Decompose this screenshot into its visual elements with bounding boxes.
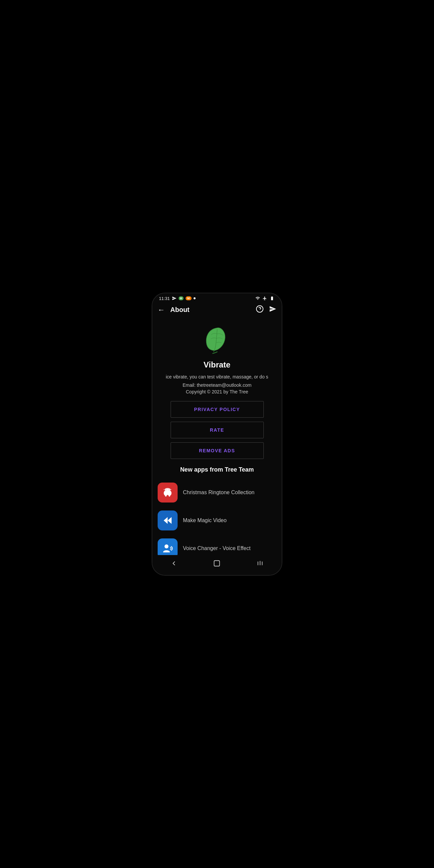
remove-ads-button[interactable]: REMOVE ADS [170,442,264,459]
page-title: About [170,306,190,314]
list-item[interactable]: ✦ ✦ Christmas Ringtone Collection [158,478,276,506]
voice-app-name: Voice Changer - Voice Effect [183,546,250,551]
main-content: Vibrate ice vibrate, you can test vibrat… [152,318,282,555]
svg-text:✦: ✦ [163,488,165,490]
voice-person-icon [162,543,173,554]
svg-point-6 [165,495,166,497]
top-bar-left: ← About [158,306,190,314]
motorola-badge: M [186,296,191,300]
christmas-app-icon: ✦ ✦ [158,483,178,502]
back-button[interactable]: ← [158,306,165,314]
status-right [255,296,275,301]
app-list: ✦ ✦ Christmas Ringtone Collection [158,478,276,555]
nav-back-icon [170,560,178,567]
video-app-name: Make Magic Video [183,518,226,523]
description-text: ice vibrate, you can test vibrate, massa… [164,373,269,380]
time: 11:31 [159,296,170,301]
leaf-icon [202,325,232,355]
christmas-bell-icon: ✦ ✦ [162,487,174,498]
rate-button[interactable]: RATE [170,422,264,438]
video-app-icon [158,510,178,530]
scroll-area[interactable]: Vibrate ice vibrate, you can test vibrat… [152,318,282,555]
svg-point-8 [168,495,170,497]
top-bar: ← About [152,302,282,318]
status-left: 11:31 M M [159,296,195,301]
svg-text:✦: ✦ [170,488,172,490]
phone-frame: 11:31 M M ← About [152,293,282,576]
voice-app-icon [158,538,178,555]
svg-point-7 [167,490,172,496]
airplane-icon [262,296,267,301]
nav-recent-icon [256,560,264,567]
svg-marker-11 [164,517,167,523]
new-apps-title: New apps from Tree Team [180,466,254,473]
share-icon [269,305,276,313]
nav-home-icon [213,560,220,567]
message-badge: M [179,296,184,300]
copyright-text: Copyright © 2021 by The Tree [186,389,248,395]
nav-back-button[interactable] [164,558,184,570]
nav-home-button[interactable] [207,558,227,570]
share-button[interactable] [269,305,276,315]
svg-marker-12 [167,517,172,523]
app-logo [202,325,232,356]
svg-point-5 [164,490,168,496]
bottom-nav [152,555,282,575]
list-item[interactable]: Voice Changer - Voice Effect [158,534,276,555]
list-item[interactable]: Make Magic Video [158,506,276,534]
svg-point-13 [165,545,168,549]
svg-rect-19 [214,560,220,566]
dot-indicator [193,297,195,299]
rewind-icon [162,515,173,526]
status-bar: 11:31 M M [152,293,282,302]
help-button[interactable] [256,305,264,315]
wifi-icon [255,296,260,301]
battery-icon [269,296,275,301]
nav-recent-button[interactable] [250,558,270,570]
top-bar-right [256,305,276,315]
app-name: Vibrate [204,360,230,370]
send-icon [172,296,177,301]
christmas-app-name: Christmas Ringtone Collection [183,490,254,496]
privacy-policy-button[interactable]: PRIVACY POLICY [170,401,264,418]
question-icon [256,305,264,313]
email-text: Email: thetreeteam@outlook.com [183,382,251,388]
